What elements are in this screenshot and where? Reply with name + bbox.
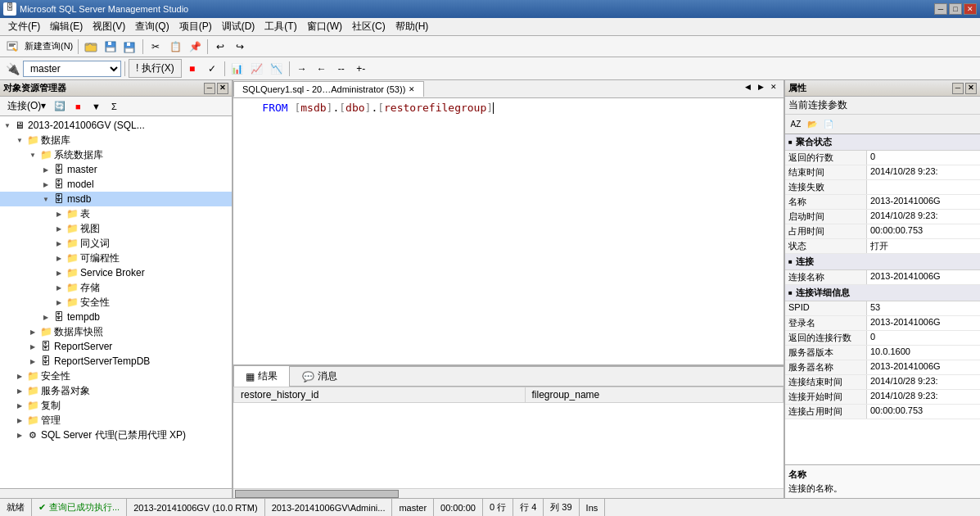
expand-model[interactable]: ▶	[39, 178, 52, 191]
comment-button[interactable]: --	[332, 60, 350, 78]
window-controls[interactable]: ─ □ ✕	[934, 3, 977, 15]
props-close-button[interactable]: ✕	[965, 83, 977, 94]
expand-synonyms[interactable]: ▶	[52, 237, 65, 250]
expand-broker[interactable]: ▶	[52, 266, 65, 279]
outdent-button[interactable]: ←	[313, 60, 331, 78]
expand-security-msdb[interactable]: ▶	[52, 296, 65, 309]
expand-msdb[interactable]: ▼	[39, 192, 52, 206]
query-tab-close-button[interactable]: ✕	[409, 85, 415, 93]
tree-item[interactable]: ▶ 🗄 master	[0, 162, 232, 177]
menu-debug[interactable]: 调试(D)	[217, 18, 260, 35]
parse-button[interactable]: ✓	[203, 60, 221, 78]
tree-item[interactable]: ▶ 📁 可编程性	[0, 251, 232, 265]
filter-oe-button[interactable]: ▼	[88, 98, 104, 115]
menu-help[interactable]: 帮助(H)	[391, 18, 434, 35]
menu-community[interactable]: 社区(C)	[347, 18, 391, 35]
tree-item[interactable]: ▶ 🗄 model	[0, 177, 232, 192]
prop-section-aggregate[interactable]: 聚合状态	[785, 134, 980, 151]
close-button[interactable]: ✕	[964, 3, 977, 15]
tree-item[interactable]: ▶ 📁 安全性	[0, 295, 232, 310]
expand-sql-agent[interactable]: ▶	[13, 428, 26, 441]
indent-button[interactable]: →	[293, 60, 311, 78]
menu-file[interactable]: 文件(F)	[3, 18, 45, 35]
scrollbar-thumb[interactable]	[235, 490, 399, 498]
prop-section-connection[interactable]: 连接	[785, 254, 980, 270]
expand-security-root[interactable]: ▶	[13, 369, 26, 382]
tree-item[interactable]: ▶ 📁 服务器对象	[0, 383, 232, 398]
results-scrollbar-horizontal[interactable]	[233, 488, 784, 498]
oe-pin-button[interactable]: ─	[204, 83, 215, 94]
undo-button[interactable]: ↩	[211, 38, 229, 56]
menu-view[interactable]: 视图(V)	[88, 18, 130, 35]
include-plan-button[interactable]: 📊	[228, 60, 246, 78]
maximize-button[interactable]: □	[949, 3, 962, 15]
props-pages[interactable]: 📄	[821, 117, 836, 132]
props-sort-category[interactable]: 📂	[805, 117, 820, 132]
cut-button[interactable]: ✂	[147, 38, 165, 56]
menu-project[interactable]: 项目(P)	[174, 18, 217, 35]
live-stats-button[interactable]: 📈	[248, 60, 266, 78]
tree-item[interactable]: ▶ 📁 存储	[0, 280, 232, 295]
expand-reportserver[interactable]: ▶	[26, 340, 39, 353]
expand-prog[interactable]: ▶	[52, 251, 65, 265]
expand-sys-db[interactable]: ▼	[26, 148, 39, 161]
results-tab-results[interactable]: ▦ 结果	[233, 365, 290, 387]
tree-item[interactable]: ▶ 📁 复制	[0, 398, 232, 413]
expand-storage[interactable]: ▶	[52, 281, 65, 294]
copy-button[interactable]: 📋	[166, 38, 184, 56]
results-grid[interactable]: restore_history_id filegroup_name	[233, 387, 784, 488]
menu-window[interactable]: 窗口(W)	[302, 18, 347, 35]
oe-scrollbar-horizontal[interactable]	[0, 488, 232, 498]
tree-item[interactable]: ▶ 🗄 tempdb	[0, 310, 232, 324]
tree-item[interactable]: ▼ 📁 数据库	[0, 133, 232, 147]
expand-views[interactable]: ▶	[52, 222, 65, 235]
execute-button[interactable]: ! 执行(X)	[129, 59, 182, 78]
database-selector[interactable]: master msdb tempdb ReportServer ReportSe…	[23, 61, 121, 77]
oe-close-button[interactable]: ✕	[217, 83, 228, 94]
tree-item-sql-agent[interactable]: ▶ ⚙ SQL Server 代理(已禁用代理 XP)	[0, 428, 232, 442]
expand-root[interactable]: ▼	[0, 119, 13, 132]
tree-item-service-broker[interactable]: ▶ 📁 Service Broker	[0, 265, 232, 280]
uncomment-button[interactable]: +-	[352, 60, 370, 78]
props-pin-button[interactable]: ─	[952, 83, 964, 94]
save-all-button[interactable]	[121, 38, 139, 56]
menu-query[interactable]: 查询(Q)	[130, 18, 174, 35]
expand-tempdb[interactable]: ▶	[39, 310, 52, 324]
menu-edit[interactable]: 编辑(E)	[45, 18, 88, 35]
connect-oe-button[interactable]: 连接(O)▾	[3, 98, 50, 115]
new-query-label[interactable]: 新建查询(N)	[23, 40, 75, 52]
stop-button[interactable]: ■	[183, 60, 201, 78]
tree-item[interactable]: ▶ 📁 视图	[0, 221, 232, 236]
tree-item[interactable]: ▼ 📁 系统数据库	[0, 147, 232, 162]
refresh-oe-button[interactable]: 🔄	[52, 98, 68, 115]
save-button[interactable]	[102, 38, 120, 56]
open-button[interactable]	[82, 38, 100, 56]
expand-replication[interactable]: ▶	[13, 399, 26, 412]
props-content[interactable]: 聚合状态 返回的行数 0 结束时间 2014/10/28 9:23: 连接失败 …	[785, 134, 980, 464]
redo-button[interactable]: ↪	[231, 38, 249, 56]
results-tab-messages[interactable]: 💬 消息	[290, 365, 350, 387]
query-editor[interactable]: FROM [msdb].[dbo].[restorefilegroup]	[233, 98, 784, 364]
connect-button[interactable]: 🔌	[3, 60, 21, 78]
stop-oe-button[interactable]: ■	[70, 98, 86, 115]
tree-item[interactable]: ▼ 🖥 2013-20141006GV (SQL...	[0, 118, 232, 133]
expand-management[interactable]: ▶	[13, 414, 26, 427]
expand-tables[interactable]: ▶	[52, 207, 65, 220]
tab-scroll-right[interactable]: ▶	[754, 83, 767, 96]
prop-section-details[interactable]: 连接详细信息	[785, 285, 980, 301]
editor-close-button[interactable]: ✕	[767, 83, 780, 96]
tree-item[interactable]: ▶ 📁 同义词	[0, 236, 232, 251]
props-sort-alpha[interactable]: AZ	[788, 117, 803, 132]
expand-server-objects[interactable]: ▶	[13, 384, 26, 397]
tree-container[interactable]: ▼ 🖥 2013-20141006GV (SQL... ▼ 📁 数据库 ▼ 📁 …	[0, 116, 232, 488]
minimize-button[interactable]: ─	[934, 3, 947, 15]
paste-button[interactable]: 📌	[186, 38, 204, 56]
tree-item[interactable]: ▶ 📁 表	[0, 206, 232, 221]
tree-item-msdb[interactable]: ▼ 🗄 msdb	[0, 192, 232, 206]
tab-scroll-left[interactable]: ◀	[741, 83, 754, 96]
new-query-button[interactable]	[3, 38, 21, 56]
query-tab-active[interactable]: SQLQuery1.sql - 20…Administrator (53)) ✕	[233, 81, 424, 97]
client-stats-button[interactable]: 📉	[268, 60, 286, 78]
tree-item[interactable]: ▶ 📁 管理	[0, 413, 232, 428]
tree-item[interactable]: ▶ 🗄 ReportServer	[0, 339, 232, 354]
